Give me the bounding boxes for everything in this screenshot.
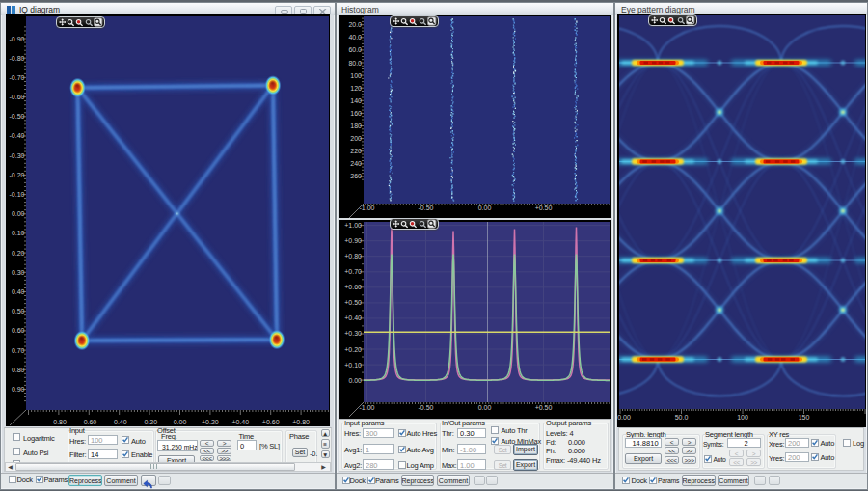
svg-text:0.20: 0.20 [12, 250, 25, 257]
svg-text:0.50: 0.50 [12, 308, 25, 314]
svg-text:+0.70: +0.70 [344, 268, 362, 275]
svg-text:+0.40: +0.40 [231, 419, 249, 425]
svg-text:-0.50: -0.50 [419, 404, 434, 411]
svg-text:100: 100 [350, 72, 362, 79]
svg-text:+0.40: +0.40 [344, 314, 362, 321]
svg-text:-1.00: -1.00 [360, 404, 375, 411]
svg-text:0.40: 0.40 [12, 288, 25, 295]
svg-text:-0.70: -0.70 [10, 74, 25, 81]
svg-text:-0.80: -0.80 [51, 419, 67, 425]
svg-text:0.80: 0.80 [12, 367, 25, 373]
svg-text:-0.50: -0.50 [10, 113, 25, 120]
svg-text:0.30: 0.30 [12, 269, 25, 276]
svg-text:50.0: 50.0 [675, 414, 689, 421]
svg-text:+0.50: +0.50 [344, 299, 362, 306]
svg-text:0.00: 0.00 [617, 414, 631, 421]
svg-text:-0.90: -0.90 [10, 36, 25, 42]
svg-text:140: 140 [350, 97, 362, 104]
svg-text:-0.60: -0.60 [10, 94, 25, 100]
svg-text:0.00: 0.00 [12, 210, 25, 217]
svg-text:240: 240 [350, 160, 362, 167]
svg-text:-1.00: -1.00 [360, 205, 375, 211]
svg-text:0.10: 0.10 [12, 230, 25, 236]
svg-text:0.70: 0.70 [12, 347, 25, 354]
svg-text:+0.20: +0.20 [202, 419, 219, 425]
svg-text:-0.20: -0.20 [142, 419, 157, 425]
svg-text:+0.80: +0.80 [344, 253, 362, 259]
svg-text:0.90: 0.90 [12, 386, 25, 393]
svg-text:+0.60: +0.60 [344, 284, 362, 290]
svg-text:+0.50: +0.50 [535, 404, 553, 411]
svg-text:220: 220 [350, 148, 362, 154]
svg-text:200: 200 [350, 135, 362, 142]
svg-text:0.60: 0.60 [12, 327, 25, 334]
svg-text:180: 180 [350, 123, 362, 129]
svg-text:-0.10: -0.10 [10, 191, 25, 198]
svg-text:+0.50: +0.50 [535, 205, 553, 211]
svg-text:-0.40: -0.40 [112, 419, 127, 425]
svg-text:150: 150 [799, 414, 810, 421]
svg-text:80.0: 80.0 [348, 60, 362, 67]
svg-text:260: 260 [350, 173, 362, 179]
svg-text:0.00: 0.00 [174, 419, 187, 425]
svg-text:-0.50: -0.50 [419, 205, 434, 211]
svg-text:-0.20: -0.20 [10, 172, 25, 178]
svg-text:+0.90: +0.90 [344, 237, 362, 244]
svg-text:-0.60: -0.60 [81, 419, 96, 425]
svg-text:60.0: 60.0 [348, 46, 362, 53]
svg-text:+0.10: +0.10 [344, 362, 362, 368]
svg-text:-0.40: -0.40 [10, 132, 25, 139]
svg-text:160: 160 [350, 110, 362, 117]
svg-text:20.0: 20.0 [348, 21, 362, 28]
svg-text:+0.20: +0.20 [344, 346, 362, 353]
svg-text:0.00: 0.00 [348, 377, 362, 384]
svg-text:40.0: 40.0 [348, 34, 362, 41]
svg-text:-0.80: -0.80 [10, 55, 25, 62]
svg-text:-0.30: -0.30 [10, 152, 25, 159]
svg-text:+0.80: +0.80 [292, 419, 310, 425]
svg-text:+0.60: +0.60 [262, 419, 280, 425]
svg-text:0.00: 0.00 [478, 404, 492, 411]
svg-text:+0.30: +0.30 [344, 330, 362, 337]
svg-text:+1.00: +1.00 [344, 222, 362, 229]
svg-text:0.00: 0.00 [478, 205, 492, 211]
svg-text:120: 120 [350, 85, 362, 92]
svg-text:100: 100 [737, 414, 748, 421]
